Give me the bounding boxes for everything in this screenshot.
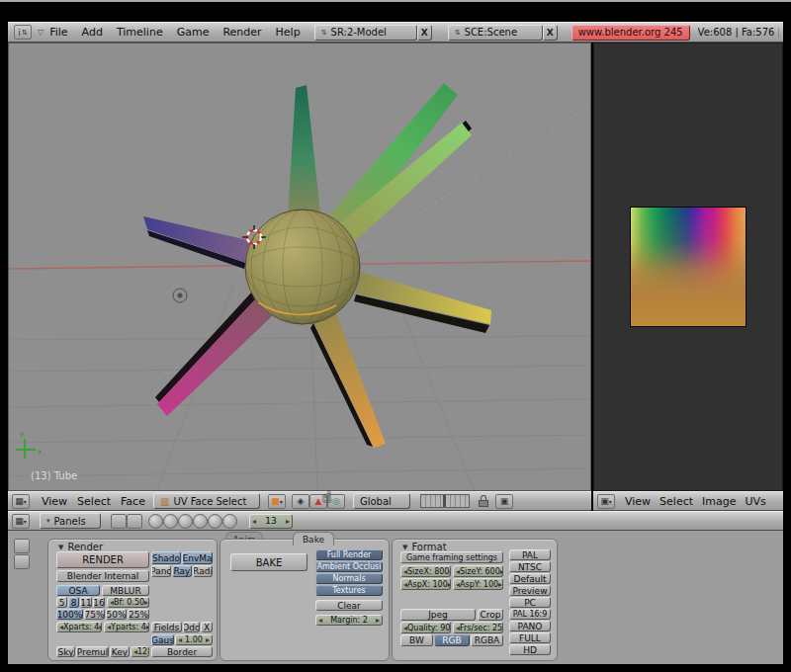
osa-toggle[interactable]: OSA (56, 585, 100, 596)
bake-clear-button[interactable]: Clear (315, 600, 383, 611)
version-button[interactable]: www.blender.org 245 (571, 25, 690, 41)
osa-16-button[interactable]: 16 (93, 597, 105, 608)
preset-ntsc-button[interactable]: NTSC (509, 561, 551, 572)
scene-selector[interactable]: ⇅ SCE:Scene (448, 25, 543, 41)
menu-help[interactable]: Help (276, 26, 301, 39)
yparts-field[interactable]: Yparts: 4 (104, 622, 149, 632)
3d-viewport[interactable]: y x (13) Tube (8, 42, 591, 491)
bake-margin-field[interactable]: Margin: 2 (315, 615, 383, 626)
uv-menu-select[interactable]: Select (659, 495, 693, 508)
editor-type-button[interactable]: ▦ ▾ (12, 494, 30, 509)
tab-bake[interactable]: Bake (293, 532, 334, 546)
uv-image-editor[interactable] (593, 42, 783, 491)
layer-buttons[interactable] (420, 494, 470, 508)
ray-toggle[interactable]: Ray (172, 565, 192, 577)
rgb-toggle[interactable]: RGB (434, 634, 470, 646)
aspy-field[interactable]: AspY: 100 (453, 578, 503, 590)
fields-toggle[interactable]: Fields (151, 622, 182, 632)
buttons-editor-type-button[interactable]: ▦ ▾ (12, 514, 30, 529)
osa-11-button[interactable]: 11 (80, 597, 92, 608)
menu-timeline[interactable]: Timeline (117, 26, 163, 39)
bake-normals-radio[interactable]: Normals (315, 573, 383, 584)
preset-pal-button[interactable]: PAL (509, 549, 551, 560)
fields-x-toggle[interactable]: X (201, 622, 213, 632)
framerate-field[interactable]: Frs/sec: 25 (453, 622, 503, 633)
uv-image[interactable] (630, 207, 747, 327)
panel-align-icon[interactable] (14, 539, 30, 553)
window-type-button[interactable]: i ⇅ (14, 25, 32, 40)
context-shading-icon[interactable] (148, 514, 163, 529)
gauss-toggle[interactable]: Gaus (151, 634, 174, 645)
size-50-button[interactable]: 50% (106, 609, 127, 620)
scene-close-button[interactable]: X (543, 25, 558, 41)
context-script-icon[interactable] (127, 514, 142, 529)
uv-menu-view[interactable]: View (625, 495, 651, 508)
uv-menu-image[interactable]: Image (702, 495, 736, 508)
panels-menu[interactable]: ▾ Panels (40, 513, 101, 529)
context-value-field[interactable]: 13 (249, 514, 293, 529)
sky-toggle[interactable]: Sky (56, 646, 75, 657)
envmap-toggle[interactable]: EnvMa (182, 551, 213, 564)
odd-toggle[interactable]: Odd (183, 622, 200, 632)
bw-toggle[interactable]: BW (400, 634, 433, 646)
premul-toggle[interactable]: Premul (76, 646, 109, 657)
bake-full-render-radio[interactable]: Full Render (315, 549, 383, 560)
menu-select[interactable]: Select (77, 495, 111, 508)
subcontext-anim-icon[interactable] (222, 514, 237, 529)
sizey-field[interactable]: SizeY: 600 (453, 565, 503, 577)
draw-mode-button[interactable]: ■ ▾ (268, 494, 286, 509)
preset-full-button[interactable]: FULL (509, 632, 551, 643)
rgba-toggle[interactable]: RGBA (471, 634, 503, 646)
lock-icon[interactable] (478, 494, 489, 508)
key-toggle[interactable]: Key (110, 646, 130, 657)
context-editing-icon[interactable] (178, 514, 193, 529)
radio-toggle[interactable]: Radi (193, 565, 213, 577)
crop-toggle[interactable]: Crop (478, 609, 503, 621)
menu-face[interactable]: Face (121, 495, 145, 508)
panel-zoom-icon[interactable] (14, 554, 30, 569)
xparts-field[interactable]: Xparts: 4 (56, 622, 102, 632)
sizex-field[interactable]: SizeX: 800 (400, 565, 451, 577)
orientation-selector[interactable]: Global (353, 493, 410, 509)
menu-add[interactable]: Add (82, 26, 103, 39)
uv-editor-type-button[interactable]: ▣ ▾ (597, 494, 615, 509)
context-logic-icon[interactable] (111, 514, 127, 529)
menu-game[interactable]: Game (177, 26, 210, 39)
preset-preview-button[interactable]: Preview (509, 585, 551, 596)
quality-field[interactable]: Quality: 90 (400, 622, 451, 633)
subcontext-render-icon[interactable] (208, 514, 222, 529)
bake-textures-radio[interactable]: Textures (315, 585, 383, 596)
size-75-button[interactable]: 75% (84, 609, 105, 620)
screen-close-button[interactable]: X (417, 25, 432, 41)
game-framing-button[interactable]: Game framing settings (400, 551, 503, 563)
context-object-icon[interactable] (163, 514, 178, 529)
pivot-button[interactable]: ◈ (292, 494, 309, 509)
osa-8-button[interactable]: 8 (68, 597, 79, 608)
menu-view[interactable]: View (42, 495, 67, 508)
size-25-button[interactable]: 25% (128, 609, 149, 620)
filetype-selector[interactable]: Jpeg (400, 609, 476, 621)
bake-ambient-occlusion-radio[interactable]: Ambient Occlusi (315, 561, 383, 572)
bake-button[interactable]: BAKE (230, 553, 308, 571)
size-100-button[interactable]: 100% (56, 609, 83, 620)
context-scene-icon[interactable] (193, 514, 208, 529)
engine-selector[interactable]: Blender Internal (56, 570, 149, 582)
header-collapse-icon[interactable]: ▽ (38, 28, 44, 37)
menu-render[interactable]: Render (222, 26, 261, 39)
preset-pano-button[interactable]: PANO (509, 621, 551, 631)
mode-selector[interactable]: ▥ UV Face Select (153, 493, 260, 509)
menu-file[interactable]: File (49, 26, 67, 39)
render-preview-button[interactable]: ▣ (495, 494, 513, 509)
shadow-toggle[interactable]: Shado (151, 551, 181, 564)
preset-pal169-button[interactable]: PAL 16:9 (509, 609, 551, 620)
key-value-field[interactable]: 128 (131, 646, 149, 657)
osa-5-button[interactable]: 5 (56, 597, 67, 608)
render-button[interactable]: RENDER (56, 551, 149, 568)
border-toggle[interactable]: Border (151, 646, 213, 657)
bf-field[interactable]: Bf: 0.50 (107, 597, 149, 608)
preset-default-button[interactable]: Default (509, 573, 551, 584)
preset-pc-button[interactable]: PC (509, 597, 551, 608)
mblur-toggle[interactable]: MBLUR (102, 585, 149, 596)
preset-hd-button[interactable]: HD (509, 644, 551, 655)
screen-selector[interactable]: ⇅ SR:2-Model (314, 25, 417, 41)
